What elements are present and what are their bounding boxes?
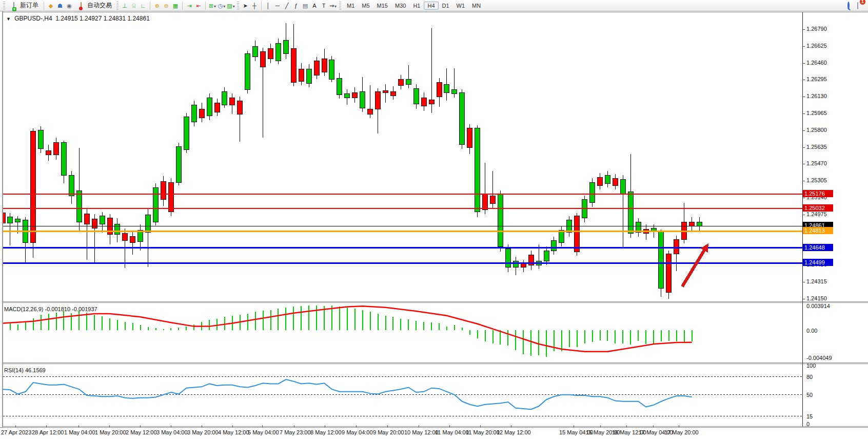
price-tick-label: 1.24150 (806, 295, 827, 301)
timeframe-button-MN[interactable]: MN (468, 2, 484, 10)
time-tick (232, 425, 233, 427)
text-tool-icon[interactable]: A (310, 2, 319, 9)
new-order-label: 新订单 (20, 1, 38, 10)
time-tick (356, 425, 357, 427)
price-tick (802, 113, 805, 114)
price-tick (802, 215, 805, 215)
time-tick-label: 5 May 04:00 (248, 429, 279, 435)
toolbar: 新订单 ◆ ☗ ◉ 自动交易 ⊥ ⍗ ∟ ⊕ ⊖ ▦ ⇥ ⇤ ⊞▾ ◷▾ ▨▾ … (0, 0, 868, 11)
price-tick (802, 164, 805, 164)
time-tick-label: 2 May 12:00 (126, 429, 157, 435)
time-tick (480, 425, 481, 427)
timeframe-toolbar: M1M5M15M30H1H4D1W1MN (343, 2, 484, 10)
time-tick (511, 425, 511, 427)
time-tick-label: 11 May 04:00 (435, 429, 469, 435)
price-tick-label: 1.26460 (806, 60, 827, 66)
mt4-window: 新订单 ◆ ☗ ◉ 自动交易 ⊥ ⍗ ∟ ⊕ ⊖ ▦ ⇥ ⇤ ⊞▾ ◷▾ ▨▾ … (0, 0, 868, 439)
notifications-chat-icon[interactable]: 1 (854, 2, 862, 9)
price-tick (802, 97, 805, 97)
price-line-badge: 1.24813 (803, 227, 833, 234)
time-tick (140, 425, 141, 427)
price-tick-label: 1.25635 (806, 144, 827, 150)
chart-shift-icon[interactable]: ⇤ (194, 2, 203, 9)
timeframe-button-M30[interactable]: M30 (391, 2, 409, 10)
timeframe-button-W1[interactable]: W1 (453, 2, 469, 10)
time-tick-label: 7 May 23:00 (280, 429, 311, 435)
trendline-tool-icon[interactable]: ╱ (283, 2, 291, 9)
time-tick (202, 425, 202, 427)
indicator-axis-label: 80 (806, 374, 813, 380)
indicators-icon[interactable]: ⊞▾ (208, 2, 216, 9)
time-tick (419, 425, 419, 427)
auto-trading-label: 自动交易 (87, 1, 112, 10)
line-chart-type-icon[interactable]: ∟ (139, 2, 147, 9)
time-tick (109, 425, 110, 427)
time-tick-label: 28 Apr 12:00 (32, 429, 64, 435)
price-tick-label: 1.26130 (806, 93, 827, 99)
timeframe-button-H4[interactable]: H4 (424, 2, 438, 10)
auto-scroll-icon[interactable]: ⇥ (185, 2, 193, 9)
timeframe-button-M1[interactable]: M1 (343, 2, 358, 10)
cursor-tool-icon[interactable]: ➤ (241, 2, 249, 9)
grid-tool-icon[interactable]: ▤ (301, 2, 309, 9)
bar-chart-type-icon[interactable]: ⊥ (121, 2, 129, 9)
price-tick (802, 147, 805, 148)
time-tick (262, 425, 263, 427)
price-tick (802, 282, 805, 282)
vertical-line-tool-icon[interactable]: │ (264, 2, 272, 9)
price-tick-label: 1.24315 (806, 278, 827, 284)
price-tick-label: 1.26295 (806, 76, 827, 82)
macd-panel-canvas[interactable] (3, 303, 802, 362)
time-tick-label: 3 May 20:00 (187, 429, 219, 435)
crosshair-tool-icon[interactable]: ┼ (250, 2, 259, 9)
price-line-badge: 1.25176 (803, 190, 833, 197)
indicator-axis-label: 15 (806, 413, 813, 419)
price-tick (802, 181, 805, 181)
new-order-icon (10, 2, 18, 9)
timeframe-button-D1[interactable]: D1 (439, 2, 453, 10)
rsi-panel-canvas[interactable] (3, 365, 802, 426)
new-order-button[interactable]: 新订单 (7, 1, 41, 10)
fibonacci-tool-icon[interactable]: ƒ (292, 2, 300, 9)
indicator-axis-label: 50 (806, 392, 813, 398)
time-tick-label: 27 Apr 2023 (1, 429, 31, 435)
signals-icon[interactable]: ◉ (65, 2, 73, 9)
time-tick (325, 425, 325, 427)
periods-icon[interactable]: ◷▾ (218, 2, 226, 9)
indicator-axis-label: 0.00 (806, 328, 817, 334)
price-tick (802, 46, 805, 47)
timeframe-button-H1[interactable]: H1 (409, 2, 424, 10)
time-tick (600, 425, 601, 427)
time-tick (294, 425, 294, 427)
price-tick-label: 1.25965 (806, 110, 827, 116)
time-tick-label: 10 May 12:00 (404, 429, 439, 435)
arrows-tool-icon[interactable]: ⇝▾ (329, 2, 337, 9)
price-tick (802, 299, 805, 299)
text-label-tool-icon[interactable]: T (320, 2, 328, 9)
search-icon[interactable] (844, 2, 853, 9)
price-tick (802, 198, 805, 198)
toolbar-drag-handle[interactable] (3, 2, 5, 10)
indicator-axis-label: -0.004049 (806, 355, 832, 361)
time-tick (46, 425, 47, 427)
horizontal-line-tool-icon[interactable]: ─ (273, 2, 282, 9)
timeframe-button-M15[interactable]: M15 (373, 2, 391, 10)
navigator-icon[interactable]: ☗ (56, 2, 64, 9)
timeframe-button-M5[interactable]: M5 (358, 2, 373, 10)
templates-icon[interactable]: ▨▾ (227, 2, 235, 9)
zoom-in-icon[interactable]: ⊕ (153, 2, 161, 9)
notification-badge: 1 (860, 0, 865, 5)
time-tick (15, 425, 16, 427)
time-tick (449, 425, 450, 427)
price-tick-label: 1.24975 (806, 211, 827, 217)
candlestick-chart-type-icon[interactable]: ⍗ (130, 2, 138, 9)
zoom-out-icon[interactable]: ⊖ (162, 2, 170, 9)
auto-trading-button[interactable]: 自动交易 (74, 1, 114, 10)
price-tick (802, 130, 805, 131)
price-chart-canvas[interactable] (3, 12, 802, 301)
tile-windows-icon[interactable]: ▦ (171, 2, 180, 9)
market-watch-icon[interactable]: ◆ (47, 2, 55, 9)
time-tick (679, 425, 679, 427)
time-tick (171, 425, 171, 427)
time-tick (574, 425, 574, 427)
